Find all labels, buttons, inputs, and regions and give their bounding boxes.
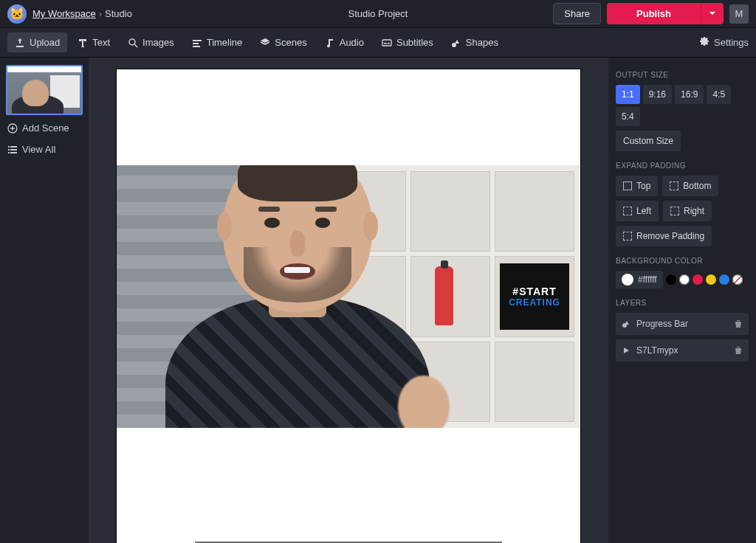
list-icon (7, 145, 18, 155)
trash-icon[interactable] (734, 319, 743, 328)
svg-rect-19 (10, 152, 17, 153)
bg-hex-text: #ffffff (638, 274, 657, 285)
properties-panel: OUTPUT SIZE 1:1 9:16 16:9 4:5 5:4 Custom… (608, 58, 756, 543)
layer-name: S7LTmypx (636, 345, 678, 356)
audio-label: Audio (340, 37, 364, 48)
palette-blue[interactable] (719, 274, 729, 285)
canvas[interactable]: #STARTCREATING (117, 69, 580, 543)
ratio-9-16[interactable]: 9:16 (643, 85, 672, 104)
pad-right-button[interactable]: Right (663, 201, 712, 221)
search-icon (128, 38, 138, 48)
workspace-link[interactable]: My Workspace (32, 8, 96, 19)
view-all-label: View All (22, 144, 55, 155)
palette-yellow[interactable] (706, 274, 716, 285)
ratio-1-1[interactable]: 1:1 (616, 85, 640, 104)
timeline-icon (192, 38, 202, 48)
trash-icon[interactable] (734, 346, 743, 355)
shapes-icon (622, 319, 630, 328)
square-dashed-icon (623, 207, 632, 215)
subtitles-label: Subtitles (396, 37, 433, 48)
remove-padding-button[interactable]: Remove Padding (616, 226, 712, 246)
plus-circle-icon (7, 123, 18, 134)
square-icon (623, 181, 632, 190)
svg-point-0 (129, 39, 135, 45)
svg-rect-1 (193, 40, 202, 41)
timeline-tool[interactable]: Timeline (185, 32, 250, 52)
svg-rect-14 (8, 146, 10, 148)
subtitles-tool[interactable]: Subtitles (374, 32, 441, 52)
play-icon (622, 346, 630, 355)
pad-bottom-button[interactable]: Bottom (662, 176, 718, 196)
ratio-4-5[interactable]: 4:5 (707, 85, 731, 104)
music-note-icon (325, 38, 335, 48)
audio-tool[interactable]: Audio (317, 32, 371, 52)
add-scene-label: Add Scene (22, 122, 69, 134)
layers-label: LAYERS (616, 299, 749, 307)
settings-button[interactable]: Settings (699, 36, 749, 49)
svg-rect-6 (388, 43, 390, 44)
svg-rect-2 (193, 43, 199, 44)
pad-left-button[interactable]: Left (616, 201, 659, 221)
svg-rect-18 (8, 152, 10, 153)
subtitles-icon (382, 38, 392, 48)
settings-label: Settings (714, 37, 749, 48)
bg-color-value[interactable]: #ffffff (616, 271, 663, 288)
ratio-16-9[interactable]: 16:9 (675, 85, 704, 104)
share-button[interactable]: Share (553, 3, 601, 24)
shapes-tool[interactable]: Shapes (444, 32, 506, 52)
gear-icon (699, 36, 709, 49)
swatch-preview (622, 274, 633, 286)
palette-red[interactable] (693, 274, 703, 285)
svg-rect-3 (193, 46, 200, 47)
publish-button[interactable]: Publish (607, 3, 701, 24)
top-bar: 🐱 My Workspace›Studio Studio Project Sha… (0, 0, 756, 28)
shapes-label: Shapes (466, 37, 498, 48)
add-scene-button[interactable]: Add Scene (6, 120, 83, 136)
project-title[interactable]: Studio Project (348, 8, 408, 19)
timeline-label: Timeline (207, 37, 243, 48)
custom-size-button[interactable]: Custom Size (616, 131, 681, 151)
square-dashed-icon (670, 207, 679, 215)
chevron-down-icon (709, 10, 716, 17)
layer-name: Progress Bar (636, 319, 688, 329)
images-tool[interactable]: Images (120, 32, 182, 52)
publish-dropdown[interactable] (701, 3, 724, 24)
bg-color-label: BACKGROUND COLOR (616, 257, 749, 265)
text-icon (78, 38, 88, 48)
sign-text-1: #START (512, 286, 556, 297)
scenes-tool[interactable]: Scenes (252, 32, 314, 52)
square-dashed-icon (670, 181, 678, 190)
upload-tool[interactable]: Upload (7, 32, 67, 52)
svg-rect-15 (10, 146, 17, 148)
output-size-label: OUTPUT SIZE (616, 71, 749, 79)
video-layer[interactable]: #STARTCREATING (117, 165, 580, 428)
pad-top-button[interactable]: Top (616, 176, 658, 196)
breadcrumb-current: Studio (105, 8, 132, 19)
svg-rect-16 (8, 149, 10, 151)
palette-white[interactable] (679, 274, 690, 285)
square-dashed-icon (623, 232, 632, 241)
layer-item[interactable]: S7LTmypx (616, 339, 749, 362)
canvas-area: #STARTCREATING (89, 58, 608, 543)
app-logo[interactable]: 🐱 (7, 4, 27, 24)
shapes-icon (451, 38, 461, 48)
toolbar: Upload Text Images Timeline Scenes Audio… (0, 28, 756, 58)
sign-text-2: CREATING (509, 297, 560, 308)
svg-rect-5 (384, 43, 387, 44)
layer-item[interactable]: Progress Bar (616, 313, 749, 335)
upload-icon (15, 38, 25, 48)
svg-rect-17 (10, 149, 17, 151)
palette-black[interactable] (666, 274, 676, 285)
view-all-button[interactable]: View All (6, 141, 83, 158)
upload-label: Upload (30, 37, 60, 48)
expand-padding-label: EXPAND PADDING (616, 162, 749, 170)
images-label: Images (142, 37, 174, 48)
text-label: Text (92, 37, 110, 48)
breadcrumb: My Workspace›Studio (32, 8, 132, 19)
scene-thumbnail[interactable]: 9s (6, 65, 83, 115)
text-tool[interactable]: Text (70, 32, 117, 52)
ratio-5-4[interactable]: 5:4 (616, 107, 640, 126)
palette-none[interactable] (732, 274, 743, 285)
scenes-label: Scenes (275, 37, 306, 48)
user-avatar[interactable]: M (729, 4, 749, 24)
